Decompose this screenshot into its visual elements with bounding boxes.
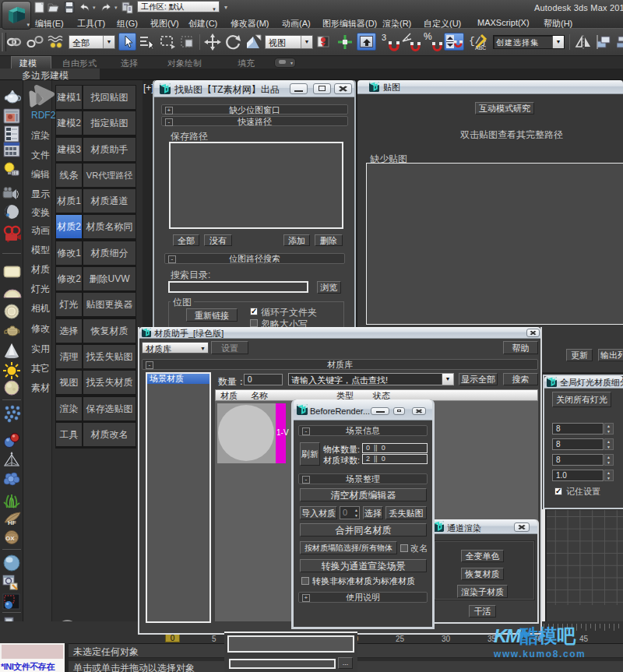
svg-text:ABC: ABC bbox=[475, 45, 486, 51]
svg-text:HF: HF bbox=[8, 519, 16, 526]
svg-text:OX: OX bbox=[5, 535, 15, 542]
